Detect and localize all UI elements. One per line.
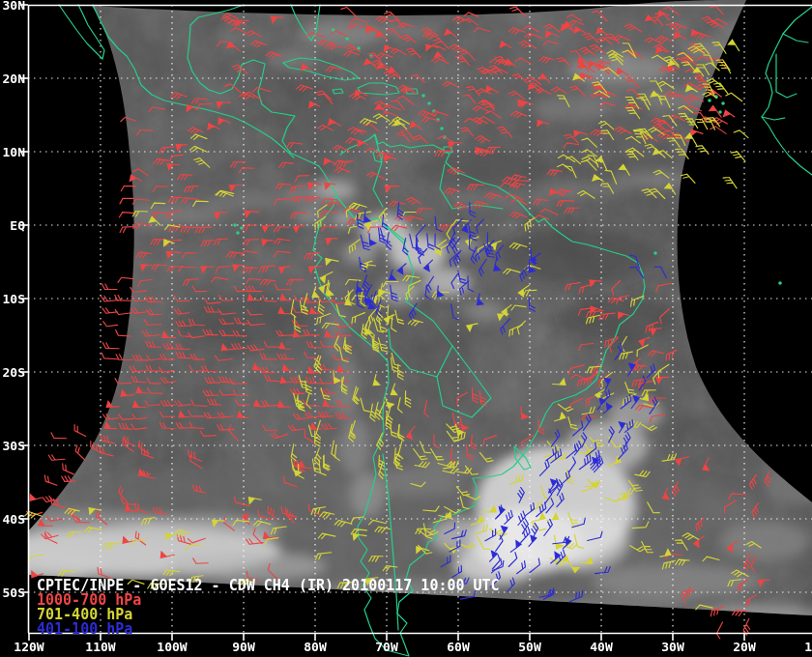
lat-tick-label: 50S <box>3 586 26 600</box>
lon-tick-label: 50W <box>518 640 541 654</box>
island-dot <box>440 127 444 130</box>
lat-tick-label: 30S <box>3 439 26 453</box>
lon-tick-label: 90W <box>232 640 255 654</box>
legend-high-level: 401-100 hPa <box>37 620 132 638</box>
island-dot <box>236 231 240 235</box>
lon-tick-label: 120W <box>14 640 44 654</box>
lon-tick-label: 40W <box>590 640 613 654</box>
lon-tick-label: 60W <box>447 640 470 654</box>
island-dot <box>427 101 431 105</box>
lat-tick-label: 40S <box>3 512 26 527</box>
island-dot <box>421 94 425 98</box>
lon-tick-label: 100W <box>157 640 187 654</box>
lon-tick-label: 10W <box>804 640 812 654</box>
lat-tick-label: 30N <box>3 0 26 13</box>
lat-tick-label: 20S <box>3 365 26 380</box>
lon-tick-label: 70W <box>375 640 398 654</box>
lon-tick-label: 80W <box>304 640 327 654</box>
lon-tick-label: 110W <box>85 640 115 654</box>
weather-map-canvas: 30N20N10NEQ10S20S30S40S50S120W110W100W90… <box>0 0 812 657</box>
lat-tick-label: EQ <box>10 218 25 233</box>
lon-tick-label: 20W <box>733 640 756 654</box>
island-dot <box>653 251 657 255</box>
island-dot <box>721 101 725 105</box>
lat-tick-label: 10N <box>3 145 26 159</box>
island-dot <box>345 37 349 41</box>
lat-tick-label: 10S <box>3 292 26 306</box>
island-dot <box>708 99 711 102</box>
island-dot <box>778 281 782 285</box>
lat-tick-label: 20N <box>3 71 26 86</box>
island-dot <box>233 223 237 227</box>
wind-map-plot: 30N20N10NEQ10S20S30S40S50S120W110W100W90… <box>0 0 812 657</box>
lon-tick-label: 30W <box>661 640 684 654</box>
